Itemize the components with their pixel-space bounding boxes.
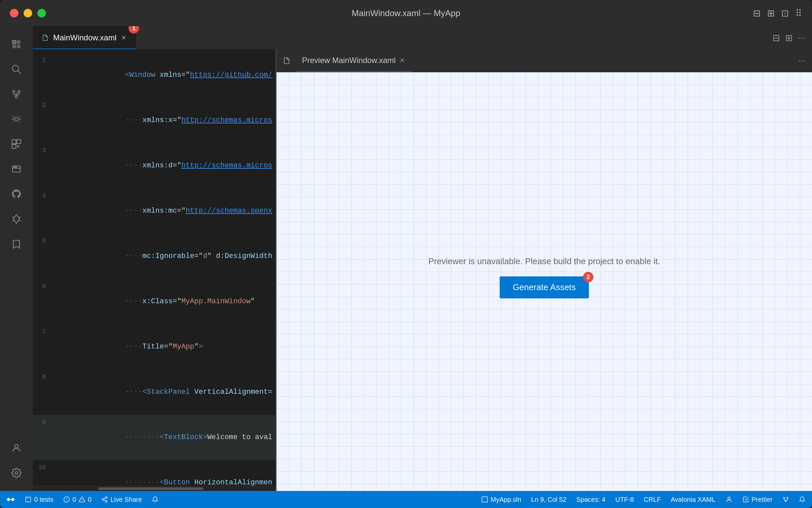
sidebar-item-account[interactable] — [5, 436, 28, 459]
code-content[interactable]: 1 <Window xmlns="https://github.com/aval… — [33, 49, 276, 486]
svg-point-1 — [12, 65, 19, 72]
generate-assets-button[interactable]: Generate Assets 2 — [499, 276, 589, 298]
status-encoding[interactable]: UTF-8 — [615, 496, 634, 503]
titlebar-actions: ⊟ ⊞ ⊡ ⠿ — [753, 8, 802, 19]
svg-point-24 — [106, 501, 107, 502]
tab-badge: 1 — [129, 26, 139, 34]
sidebar-item-deploy[interactable] — [5, 207, 28, 230]
svg-point-31 — [785, 501, 786, 501]
maximize-button[interactable] — [37, 9, 46, 17]
svg-point-3 — [13, 91, 15, 93]
code-line-3: 3 ····xmlns:d="http://schemas.microsoft.… — [33, 143, 276, 188]
tab-bar: MainWindow.xaml ✕ 1 ⊟ ⊞ ··· — [33, 26, 812, 49]
preview-tab-close[interactable]: ✕ — [399, 56, 405, 64]
editor-scrollbar[interactable] — [33, 486, 276, 491]
live-share-label: Live Share — [110, 496, 142, 503]
preview-tab[interactable]: Preview MainWindow.xaml ✕ — [295, 49, 412, 72]
preview-unavailable-text: Previewer is unavailable. Please build t… — [428, 256, 660, 266]
code-line-4: 4 ····xmlns:mc="http://schemas.openxmlfo… — [33, 188, 276, 234]
status-errors[interactable]: 0 0 — [63, 496, 92, 503]
split-editor-icon[interactable]: ⊞ — [767, 8, 775, 19]
sidebar-item-remote[interactable] — [5, 158, 28, 180]
editor-area: MainWindow.xaml ✕ 1 ⊟ ⊞ ··· 1 — [33, 26, 812, 491]
status-prettier[interactable]: Prettier — [743, 496, 773, 503]
status-tests[interactable]: 0 tests — [25, 496, 53, 503]
status-vscode-icon[interactable] — [7, 495, 15, 504]
code-line-5: 5 ····mc:Ignorable="d" d:DesignWidth="40… — [33, 234, 276, 279]
sidebar-item-extensions[interactable] — [5, 133, 28, 156]
titlebar: MainWindow.xaml — MyApp ⊟ ⊞ ⊡ ⠿ — [0, 0, 812, 26]
svg-point-22 — [106, 497, 107, 499]
code-line-6: 6 ····x:Class="MyApp.MainWindow" — [33, 279, 276, 324]
svg-point-7 — [15, 118, 18, 121]
sidebar-item-debug[interactable] — [5, 108, 28, 131]
preview-content: Previewer is unavailable. Please build t… — [277, 72, 812, 491]
preview-message: Previewer is unavailable. Please build t… — [428, 256, 660, 298]
code-line-1: 1 <Window xmlns="https://github.com/aval… — [33, 52, 276, 98]
sidebar-item-search[interactable] — [5, 58, 28, 81]
status-bell[interactable] — [152, 496, 158, 503]
status-line-ending[interactable]: CRLF — [644, 496, 661, 503]
preview-panel: Preview MainWindow.xaml ✕ ··· Previewer … — [276, 49, 812, 491]
errors-count: 0 — [73, 496, 76, 503]
status-solution[interactable]: MyApp.sln — [481, 496, 521, 503]
minimize-button[interactable] — [23, 9, 32, 17]
encoding-label: UTF-8 — [615, 496, 634, 503]
sidebar-item-settings[interactable] — [5, 461, 28, 484]
scrollbar-thumb[interactable] — [98, 487, 203, 490]
layout-icon[interactable]: ⊡ — [781, 8, 789, 19]
cursor-position: Ln 9, Col 52 — [531, 496, 566, 503]
status-live-share[interactable]: Live Share — [101, 496, 142, 503]
status-notification[interactable] — [799, 496, 805, 503]
sidebar-item-explorer[interactable] — [5, 33, 28, 56]
language-label: Avalonia XAML — [671, 496, 715, 503]
main-layout: MainWindow.xaml ✕ 1 ⊟ ⊞ ··· 1 — [0, 26, 812, 491]
code-editor[interactable]: 1 <Window xmlns="https://github.com/aval… — [33, 49, 276, 491]
preview-tab-label: Preview MainWindow.xaml — [302, 56, 395, 65]
status-position[interactable]: Ln 9, Col 52 — [531, 496, 566, 503]
split-right-icon[interactable]: ⊞ — [785, 33, 793, 43]
svg-point-16 — [15, 472, 18, 474]
svg-line-25 — [104, 500, 106, 501]
split-editor-icon[interactable]: ⊟ — [772, 33, 780, 43]
status-spaces[interactable]: Spaces: 4 — [576, 496, 606, 503]
tab-bar-actions: ⊟ ⊞ ··· — [772, 26, 812, 49]
generate-badge: 2 — [583, 272, 593, 282]
status-language[interactable]: Avalonia XAML — [671, 496, 715, 503]
status-git[interactable] — [782, 496, 789, 503]
svg-point-4 — [18, 91, 20, 93]
svg-point-30 — [787, 497, 788, 498]
status-bar-right: MyApp.sln Ln 9, Col 52 Spaces: 4 UTF-8 C… — [481, 496, 805, 503]
code-line-7: 7 ····Title="MyApp"> — [33, 324, 276, 370]
sidebar-item-github[interactable] — [5, 182, 28, 205]
spaces-label: Spaces: 4 — [576, 496, 606, 503]
prettier-label: Prettier — [752, 496, 773, 503]
preview-tab-actions[interactable]: ··· — [798, 55, 805, 66]
status-user[interactable] — [725, 496, 733, 503]
svg-rect-8 — [12, 140, 16, 144]
close-button[interactable] — [10, 9, 18, 17]
code-line-8: 8 ····<StackPanel VerticalAlignment="Cen… — [33, 370, 276, 415]
sidebar-item-source-control[interactable] — [5, 83, 28, 106]
layout-columns-icon[interactable]: ⊟ — [753, 8, 761, 19]
svg-point-28 — [728, 497, 730, 500]
solution-name: MyApp.sln — [491, 496, 521, 503]
svg-point-13 — [14, 167, 15, 168]
activity-bar — [0, 26, 33, 491]
code-line-10: 10 ········<Button HorizontalAlignment="… — [33, 460, 276, 486]
code-line-9: 9 ········<TextBlock>Welcome to avalonia… — [33, 415, 276, 460]
svg-point-23 — [102, 499, 104, 501]
svg-point-15 — [15, 444, 18, 448]
tab-close-button[interactable]: ✕ — [121, 34, 127, 42]
warnings-count: 0 — [88, 496, 92, 503]
status-bar: 0 tests 0 0 Live Shar — [0, 491, 812, 508]
main-window: MainWindow.xaml — MyApp ⊟ ⊞ ⊡ ⠿ — [0, 0, 812, 508]
tab-filename: MainWindow.xaml — [53, 33, 116, 42]
svg-line-2 — [18, 71, 21, 74]
svg-rect-9 — [17, 140, 21, 144]
editor-tab-mainwindow[interactable]: MainWindow.xaml ✕ 1 — [33, 26, 136, 49]
sidebar-item-bookmarks[interactable] — [5, 232, 28, 255]
grid-icon[interactable]: ⠿ — [795, 8, 802, 19]
svg-point-29 — [783, 497, 784, 498]
more-actions-icon[interactable]: ··· — [798, 33, 805, 43]
